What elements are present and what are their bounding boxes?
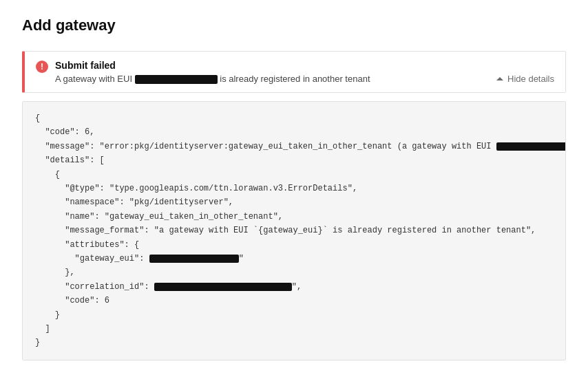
code-line-8: "name": "gateway_eui_taken_in_other_tena…: [35, 212, 283, 222]
code-line-9: "message_format": "a gateway with EUI `{…: [35, 226, 536, 235]
code-line-14: "code": 6: [35, 296, 109, 305]
redacted-eui-header: [135, 75, 218, 84]
alert-body: Submit failed A gateway with EUI is alre…: [55, 60, 490, 84]
code-line-13: "correlation_id": ",: [35, 282, 302, 292]
code-line-1: {: [35, 114, 40, 123]
code-line-12: },: [35, 268, 75, 277]
alert-title: Submit failed: [55, 60, 490, 71]
alert-footer: Hide details: [496, 72, 554, 84]
hide-details-button[interactable]: Hide details: [496, 74, 554, 84]
code-line-10: "attributes": {: [35, 240, 139, 250]
code-line-5: {: [35, 170, 60, 180]
code-line-4: "details": [: [35, 155, 105, 165]
code-line-11: "gateway_eui": ": [35, 254, 244, 263]
code-block-container: { "code": 6, "message": "error:pkg/ident…: [22, 101, 566, 360]
code-line-17: }: [35, 338, 40, 347]
alert-message-suffix: is already registered in another tenant: [220, 74, 370, 84]
chevron-up-icon: [496, 77, 503, 80]
alert-container: ! Submit failed A gateway with EUI is al…: [22, 51, 566, 93]
code-line-2: "code": 6,: [35, 127, 94, 137]
alert-header: ! Submit failed A gateway with EUI is al…: [25, 52, 565, 92]
alert-message: A gateway with EUI is already registered…: [55, 74, 490, 84]
hide-details-label: Hide details: [507, 74, 554, 84]
alert-message-prefix: A gateway with EUI: [55, 74, 132, 84]
code-block: { "code": 6, "message": "error:pkg/ident…: [22, 101, 566, 360]
code-line-3: "message": "error:pkg/identityserver:gat…: [35, 142, 566, 151]
code-line-16: ]: [35, 324, 50, 334]
page-title: Add gateway: [22, 17, 566, 34]
code-line-6: "@type": "type.googleapis.com/ttn.lorawa…: [35, 184, 357, 193]
code-line-7: "namespace": "pkg/identityserver",: [35, 197, 233, 207]
code-line-15: }: [35, 310, 60, 320]
error-icon: !: [36, 61, 48, 73]
